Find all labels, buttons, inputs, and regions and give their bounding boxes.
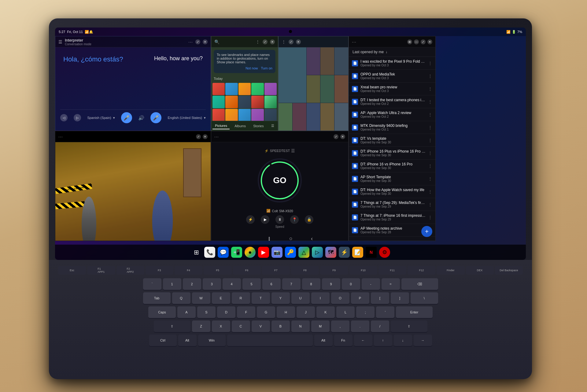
- play-fwd-btn[interactable]: ▷: [74, 114, 81, 121]
- maps-tab-albums[interactable]: Albums: [232, 123, 248, 129]
- key-c[interactable]: C: [232, 320, 250, 332]
- speedtest-more-icon[interactable]: ···: [214, 134, 219, 139]
- speedtest-close-btn[interactable]: ✕: [340, 134, 345, 139]
- docs-item-menu-10[interactable]: ⋮: [428, 189, 432, 194]
- window-maximize-btn[interactable]: ⤢: [195, 39, 200, 44]
- key-y[interactable]: Y: [271, 292, 290, 304]
- key-dex[interactable]: DEX: [466, 266, 494, 275]
- docs-item-11[interactable]: 📄 7 Things at 7 (Sep 29): MediaTek's fir…: [349, 198, 435, 211]
- photo-9[interactable]: [320, 103, 334, 131]
- docs-maximize-btn[interactable]: ⤢: [421, 39, 426, 44]
- map-thumb-8[interactable]: [238, 96, 251, 108]
- taskbar-camera-icon[interactable]: 📷: [271, 247, 282, 258]
- map-thumb-5[interactable]: [264, 83, 277, 95]
- speedtest-maximize-btn[interactable]: ⤢: [334, 134, 338, 139]
- key-f12[interactable]: F12: [408, 266, 435, 275]
- key-backtick[interactable]: `: [143, 278, 161, 290]
- key-f5[interactable]: F5: [204, 266, 231, 275]
- docs-item-4[interactable]: 📄 AP: Apple Watch Ultra 2 review Opened …: [349, 108, 435, 121]
- taskbar-onepassword-icon[interactable]: 🔑: [285, 247, 296, 258]
- key-alt-left[interactable]: Alt: [178, 335, 197, 346]
- key-esc[interactable]: Esc: [58, 266, 86, 275]
- window-more-icon[interactable]: ···: [188, 39, 193, 44]
- key-3[interactable]: 3: [203, 278, 221, 290]
- key-d[interactable]: D: [217, 306, 235, 318]
- map-thumb-2[interactable]: [225, 83, 238, 95]
- key-l[interactable]: L: [336, 306, 355, 318]
- key-down[interactable]: ↓: [394, 335, 412, 346]
- key-lbracket[interactable]: [: [371, 292, 389, 304]
- photo-large-2[interactable]: [279, 103, 292, 131]
- key-up[interactable]: ↑: [374, 335, 392, 346]
- target-lang-selector[interactable]: English (United States) ▾: [168, 116, 206, 120]
- key-m[interactable]: M: [311, 320, 330, 332]
- key-tab[interactable]: Tab: [143, 292, 171, 304]
- video-close-btn[interactable]: ✕: [203, 134, 208, 139]
- maps-more-icon[interactable]: ⋮: [256, 39, 260, 44]
- docs-item-menu-2[interactable]: ⋮: [428, 87, 432, 91]
- docs-item-menu-6[interactable]: ⋮: [428, 138, 432, 143]
- docs-item-5[interactable]: 📄 MTK Dimensity 9400 briefing Opened by …: [349, 121, 435, 134]
- docs-item-menu-8[interactable]: ⋮: [428, 164, 432, 168]
- photo-7[interactable]: [293, 103, 306, 131]
- key-0[interactable]: 0: [342, 278, 360, 290]
- taskbar-speedtest-icon[interactable]: ⚡: [339, 247, 350, 258]
- nav-back-icon[interactable]: ‹: [311, 235, 313, 242]
- source-mic-btn[interactable]: 🎤: [121, 112, 132, 123]
- key-f7[interactable]: F7: [262, 266, 290, 275]
- docs-item-12[interactable]: 📄 7 Things at 7: iPhone 16 first impress…: [349, 211, 435, 224]
- photos-maximize-btn[interactable]: ⤢: [289, 39, 294, 44]
- key-t[interactable]: T: [252, 292, 270, 304]
- docs-item-9[interactable]: 📄 AP Short Template Opened by me Sep 30 …: [349, 172, 435, 185]
- key-v[interactable]: V: [252, 320, 270, 332]
- taskbar-messages-icon[interactable]: 💬: [218, 247, 229, 258]
- speedtest-location-btn[interactable]: 📍: [290, 215, 299, 224]
- key-e[interactable]: E: [212, 292, 230, 304]
- key-slash[interactable]: /: [371, 320, 389, 332]
- key-f8[interactable]: F8: [291, 266, 319, 275]
- target-mic-btn[interactable]: 🎤: [150, 112, 161, 123]
- taskbar-notes-icon[interactable]: 📝: [352, 247, 363, 258]
- map-thumb-7[interactable]: [225, 96, 238, 108]
- key-f3[interactable]: F3: [146, 266, 173, 275]
- map-thumb-10[interactable]: [264, 96, 277, 108]
- key-z[interactable]: Z: [192, 320, 210, 332]
- key-w[interactable]: W: [192, 292, 210, 304]
- key-o[interactable]: O: [331, 292, 349, 304]
- video-maximize-btn[interactable]: ⤢: [196, 134, 201, 139]
- key-h[interactable]: H: [277, 306, 295, 318]
- docs-item-menu-0[interactable]: ⋮: [428, 61, 432, 66]
- photo-5[interactable]: [320, 75, 334, 103]
- speedtest-go-btn[interactable]: GO: [273, 176, 286, 185]
- audio-icon[interactable]: 🔊: [138, 115, 144, 121]
- key-f1[interactable]: F1APP1: [87, 266, 115, 275]
- docs-item-6[interactable]: 📄 DT: Vs template Opened by me Sep 30 ⋮: [349, 134, 435, 147]
- docs-item-2[interactable]: 📄 Xreal beam pro review Opened by me Oct…: [349, 83, 435, 95]
- docs-item-8[interactable]: 📄 DT: iPhone 16 vs iPhone 16 Pro Opened …: [349, 160, 435, 172]
- map-thumb-4[interactable]: [251, 83, 264, 95]
- video-more-icon[interactable]: ···: [58, 134, 63, 139]
- taskbar-youtube-icon[interactable]: ▶: [258, 247, 269, 258]
- key-r[interactable]: R: [232, 292, 250, 304]
- docs-minimize-btn[interactable]: —: [414, 39, 419, 44]
- taskbar-apps-icon[interactable]: ⊞: [191, 247, 202, 258]
- maps-tab-pictures[interactable]: Pictures: [212, 123, 230, 129]
- key-7[interactable]: 7: [282, 278, 301, 290]
- docs-item-menu-11[interactable]: ⋮: [428, 202, 432, 207]
- key-6[interactable]: 6: [262, 278, 281, 290]
- docs-item-menu-3[interactable]: ⋮: [428, 99, 432, 104]
- key-rshift[interactable]: ⇧: [391, 320, 427, 332]
- key-u[interactable]: U: [291, 292, 310, 304]
- key-2[interactable]: 2: [183, 278, 201, 290]
- speedtest-pause-btn[interactable]: ⏸: [275, 215, 284, 224]
- taskbar-playstore-icon[interactable]: ▷: [312, 247, 323, 258]
- key-f4[interactable]: F4: [175, 266, 202, 275]
- nav-recent-icon[interactable]: ⫿: [268, 235, 271, 242]
- nav-home-icon[interactable]: ○: [289, 235, 293, 242]
- speedtest-lock-btn[interactable]: 🔒: [305, 215, 313, 224]
- not-now-btn[interactable]: Not now: [246, 66, 258, 70]
- map-thumb-14[interactable]: [251, 109, 264, 121]
- key-k[interactable]: K: [316, 306, 335, 318]
- speedtest-speed-btn[interactable]: ⚡: [246, 215, 255, 224]
- key-semicolon[interactable]: ;: [356, 306, 375, 318]
